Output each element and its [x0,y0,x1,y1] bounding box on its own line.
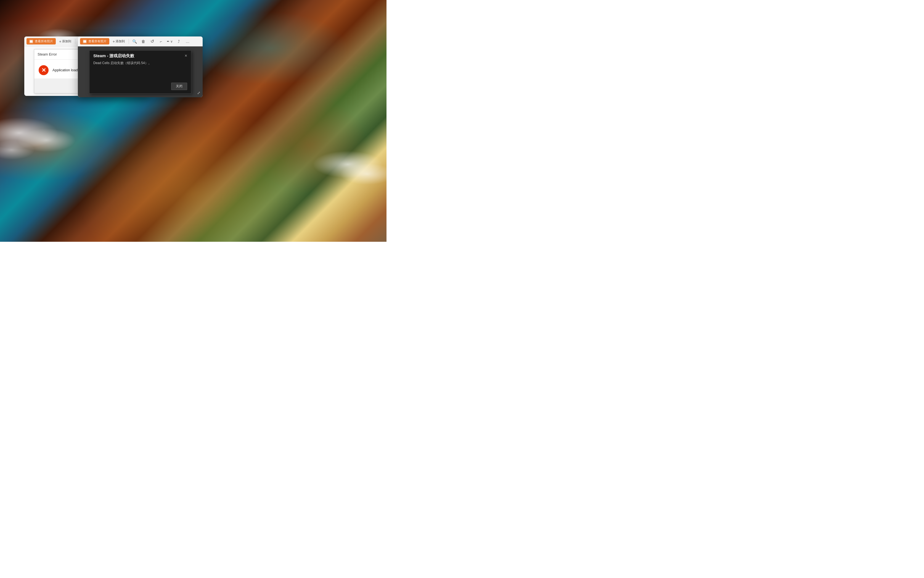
window-content-right: Steam - 游戏启动失败 × Dead Cells 启动失败（错误代码 54… [78,46,202,97]
share-button-right[interactable]: ⤴ [175,37,183,45]
add-to-button-right[interactable]: + 添加到 [110,38,127,45]
steam-launch-dialog: Steam - 游戏启动失败 × Dead Cells 启动失败（错误代码 54… [89,50,191,94]
toolbar-right: 查看所有照片 + 添加到 🔍 🗑 ↺ ⌐ ✒ ∨ ⤴ … [78,36,202,46]
expand-icon-right[interactable]: ⤢ [197,91,201,95]
more-button-right[interactable]: … [184,37,191,45]
add-to-button-left[interactable]: + 添加到 [57,38,73,45]
draw-button-right[interactable]: ✒ ∨ [166,37,174,45]
crop-button-right[interactable]: ⌐ [157,37,165,45]
steam-launch-body: Dead Cells 启动失败（错误代码 54）。 [89,61,191,80]
error-icon: ✕ [39,65,49,75]
steam-launch-close-button[interactable]: × [185,53,187,58]
zoom-button-right[interactable]: 🔍 [131,37,138,45]
steam-launch-message: Dead Cells 启动失败（错误代码 54）。 [93,61,187,65]
tab-all-photos-right[interactable]: 查看所有照片 [80,38,109,44]
photos-icon-right [83,39,87,43]
delete-button-right[interactable]: 🗑 [139,37,147,45]
steam-launch-title-bar: Steam - 游戏启动失败 × [89,50,191,61]
dialog-title: Steam Error [37,52,57,56]
desktop-background: 查看所有照片 + 添加到 🔍 🗑 ↺ ⌐ ✒ ∨ ⤴ … Steam Error… [0,0,387,242]
tab-all-photos-left[interactable]: 查看所有照片 [26,38,56,44]
close-button-cn[interactable]: 关闭 [171,83,187,90]
photos-icon-left [29,39,33,43]
steam-launch-title: Steam - 游戏启动失败 [93,53,134,58]
rotate-button-right[interactable]: ↺ [148,37,156,45]
steam-launch-footer: 关闭 [89,80,191,93]
photo-window-right: 查看所有照片 + 添加到 🔍 🗑 ↺ ⌐ ✒ ∨ ⤴ … Steam - 游戏启… [78,36,202,97]
separator-1-right [129,39,129,44]
